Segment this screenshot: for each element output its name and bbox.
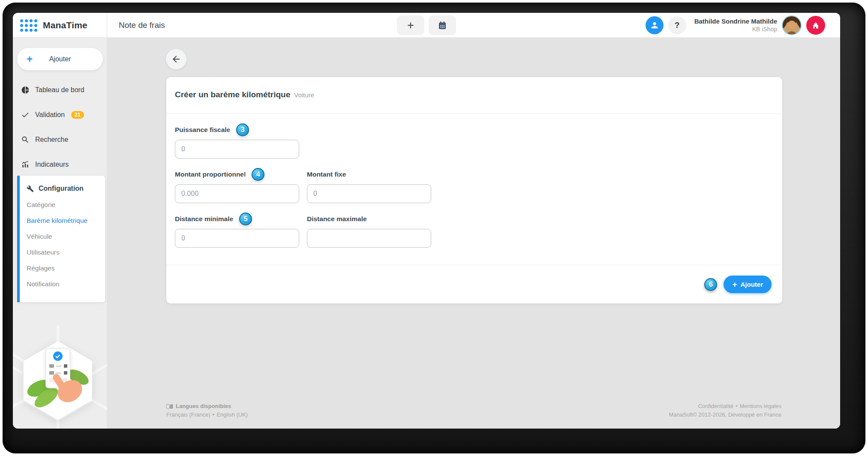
separator: • [213, 411, 215, 418]
sidebar-add-label: Ajouter [33, 55, 87, 63]
receipt-hand-illustration [25, 348, 91, 411]
module-title: Note de frais [119, 13, 165, 38]
search-icon [21, 135, 30, 144]
footer-languages: Langues disponibles Français (France)•En… [166, 402, 248, 419]
wrench-icon [27, 185, 34, 192]
submit-ajouter-button[interactable]: + Ajouter [724, 276, 772, 293]
question-mark-icon: ? [675, 21, 680, 30]
header-user-area: ? Bathilde Sondrine Mathilde KB iShop [646, 13, 825, 38]
step-marker-6: 6 [704, 278, 717, 291]
sidebar-item-vehicule[interactable]: Véhicule [20, 228, 105, 244]
configuration-section: Configuration Catégorie Barème kilométri… [17, 176, 105, 302]
sidebar-item-label: Tableau de bord [35, 86, 84, 94]
card-header: Créer un barème kilométrique Voiture [166, 77, 782, 99]
sidebar-item-validation[interactable]: Validation 21 [13, 102, 107, 127]
manatime-dots-logo-icon [20, 19, 37, 32]
distance-maximale-label: Distance maximale [307, 215, 367, 223]
sidebar-item-indicateurs[interactable]: Indicateurs [13, 152, 107, 177]
plus-icon: + [407, 20, 414, 31]
sidebar-item-configuration[interactable]: Configuration [20, 176, 105, 197]
separator: • [736, 403, 738, 409]
sidebar-item-tableau-de-bord[interactable]: Tableau de bord [13, 78, 107, 102]
sidebar-add-button[interactable]: + Ajouter [17, 48, 103, 70]
calendar-button[interactable] [429, 15, 456, 35]
field-montant-proportionnel: Montant proportionnel 4 [175, 168, 299, 203]
card-footer: 6 + Ajouter [166, 265, 782, 293]
distance-minimale-input[interactable] [175, 229, 299, 248]
copyright: ManaSoft© 2012-2026, Développé en France [669, 411, 781, 419]
language-link-en[interactable]: English (UK) [216, 411, 248, 418]
submit-label: Ajouter [741, 281, 763, 288]
sidebar-menu: Tableau de bord Validation 21 Recherche [13, 78, 107, 177]
sidebar-item-bareme-kilometrique[interactable]: Barème kilométrique [20, 213, 105, 228]
field-puissance-fiscale: Puissance fiscale 3 [175, 123, 299, 159]
language-link-fr[interactable]: Français (France) [166, 411, 210, 418]
footer-legal: Confidentialité•Mentions légales ManaSof… [669, 402, 781, 419]
step-marker-3: 3 [236, 123, 249, 136]
sidebar-item-recherche[interactable]: Recherche [13, 127, 107, 152]
plus-icon: + [732, 280, 737, 288]
languages-icon [166, 404, 173, 409]
sidebar-item-label: Validation [35, 111, 65, 119]
avatar[interactable] [782, 15, 802, 35]
header-quick-actions: + [397, 15, 456, 35]
sidebar-item-utilisateurs[interactable]: Utilisateurs [20, 244, 105, 260]
pie-chart-icon [21, 86, 30, 94]
avatar-photo [783, 16, 801, 34]
card-subtitle: Voiture [294, 91, 314, 99]
legal-link[interactable]: Mentions légales [739, 403, 781, 409]
sidebar-item-categorie[interactable]: Catégorie [20, 197, 105, 213]
main-content: Créer un barème kilométrique Voiture Pui… [107, 38, 840, 429]
app-name: ManaTime [43, 20, 87, 30]
back-button[interactable] [166, 49, 186, 69]
distance-minimale-label: Distance minimale [175, 215, 233, 223]
user-company: KB iShop [694, 26, 777, 33]
puissance-fiscale-input[interactable] [175, 140, 299, 159]
sidebar-item-label: Indicateurs [35, 161, 69, 168]
privacy-link[interactable]: Confidentialité [698, 403, 733, 409]
logo[interactable]: ManaTime [13, 13, 107, 38]
user-info: Bathilde Sondrine Mathilde KB iShop [694, 18, 777, 33]
configuration-label: Configuration [39, 185, 84, 192]
organization-button[interactable] [806, 16, 825, 35]
sidebar: + Ajouter Tableau de bord Validation 21 [13, 38, 107, 429]
hexagon-illustration [13, 326, 107, 429]
field-distance-minimale: Distance minimale 5 [175, 213, 299, 248]
montant-fixe-label: Montant fixe [307, 171, 346, 178]
languages-title: Langues disponibles [176, 403, 231, 409]
top-header: ManaTime Note de frais + [13, 13, 840, 38]
quick-add-button[interactable]: + [397, 15, 424, 35]
bareme-form: Puissance fiscale 3 Montant proportionne… [166, 114, 782, 248]
page-footer: Langues disponibles Français (France)•En… [166, 402, 781, 419]
arrow-left-icon [171, 54, 181, 64]
validation-count-badge: 21 [71, 111, 84, 119]
sidebar-item-label: Recherche [35, 136, 68, 144]
bar-chart-icon [21, 160, 30, 169]
calendar-icon [438, 21, 447, 30]
manatime-app: ManaTime Note de frais + [13, 13, 840, 429]
puissance-fiscale-label: Puissance fiscale [175, 126, 230, 134]
step-marker-4: 4 [252, 168, 264, 181]
field-montant-fixe: Montant fixe [307, 168, 431, 203]
user-name: Bathilde Sondrine Mathilde [694, 18, 777, 26]
sidebar-item-reglages[interactable]: Réglages [20, 260, 105, 276]
step-marker-5: 5 [239, 213, 252, 225]
montant-proportionnel-input[interactable] [175, 184, 299, 203]
montant-fixe-input[interactable] [307, 184, 431, 203]
person-icon [650, 21, 659, 30]
sidebar-item-notification[interactable]: Notification [20, 276, 105, 292]
building-icon [811, 21, 820, 30]
field-distance-maximale: Distance maximale [307, 213, 431, 248]
create-bareme-card: Créer un barème kilométrique Voiture Pui… [166, 77, 782, 303]
distance-maximale-input[interactable] [307, 229, 431, 248]
card-title: Créer un barème kilométrique [175, 90, 290, 99]
check-icon [21, 111, 30, 119]
account-button[interactable] [646, 16, 664, 34]
plus-icon: + [27, 53, 33, 65]
montant-proportionnel-label: Montant proportionnel [175, 171, 246, 178]
help-button[interactable]: ? [668, 16, 686, 34]
